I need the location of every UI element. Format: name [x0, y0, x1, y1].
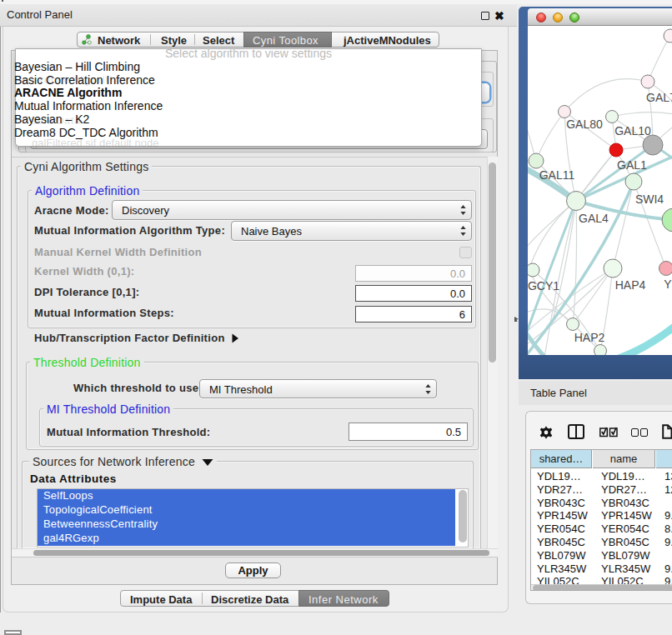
- svg-text:GAL10: GAL10: [614, 124, 651, 138]
- svg-text:HAP4: HAP4: [615, 278, 646, 292]
- svg-text:GAL4: GAL4: [579, 212, 609, 225]
- svg-text:GAL80: GAL80: [566, 118, 603, 131]
- svg-text:GAL7: GAL7: [646, 91, 672, 104]
- svg-text:SWI4: SWI4: [635, 192, 664, 206]
- svg-text:GAL11: GAL11: [539, 168, 575, 182]
- svg-text:HAP2: HAP2: [574, 331, 605, 344]
- svg-text:GAL1: GAL1: [617, 158, 647, 172]
- svg-text:Y: Y: [664, 278, 672, 291]
- svg-text:GCY1: GCY1: [528, 279, 559, 292]
